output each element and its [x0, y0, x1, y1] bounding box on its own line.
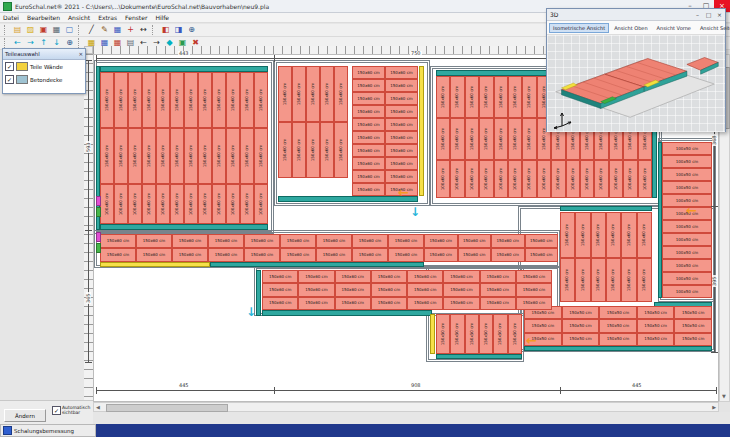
slab-panel[interactable]: 100x60 cm: [551, 160, 565, 198]
slab-panel[interactable]: 150x60 cm: [352, 131, 385, 144]
infill-strip[interactable]: [256, 270, 261, 316]
slab-panel[interactable]: 150x60 cm: [262, 270, 298, 283]
slab-panel[interactable]: 150x60 cm: [212, 128, 226, 184]
slab-panel[interactable]: 150x60 cm: [385, 118, 418, 131]
slab-panel[interactable]: 150x60 cm: [575, 258, 590, 302]
slab-panel[interactable]: 150x60 cm: [352, 144, 385, 157]
slab-panel[interactable]: 100x60 cm: [623, 160, 637, 198]
slab-panel[interactable]: 150x60 cm: [385, 105, 418, 118]
slab-panel[interactable]: 150x60 cm: [280, 248, 316, 262]
slab-panel[interactable]: 150x60 cm: [424, 234, 458, 248]
view-tab-ansicht-oben[interactable]: Ansicht Oben: [610, 23, 651, 33]
slab-panel[interactable]: 150x60 cm: [385, 170, 418, 183]
view-tab-ansicht-seite[interactable]: Ansicht Seite: [696, 23, 730, 33]
auto-visible-checkbox[interactable]: ✓: [52, 406, 61, 415]
slab-panel[interactable]: 150x50 cm: [674, 306, 712, 319]
infill-strip[interactable]: [100, 262, 210, 267]
slab-panel[interactable]: 150x50 cm: [436, 314, 450, 354]
slab-panel[interactable]: 150x60 cm: [240, 72, 254, 128]
slab-panel[interactable]: 150x60 cm: [352, 183, 385, 196]
slab-panel[interactable]: 150x60 cm: [560, 212, 575, 258]
slab-panel[interactable]: 100x50 cm: [662, 272, 712, 285]
slab-panel[interactable]: 100x50 cm: [662, 285, 712, 298]
infill-strip[interactable]: [419, 66, 424, 196]
slab-panel[interactable]: 150x60 cm: [226, 128, 240, 184]
slab-panel[interactable]: 150x60 cm: [494, 118, 508, 160]
slab-panel[interactable]: 150x60 cm: [306, 122, 320, 178]
slab-panel[interactable]: 100x50 cm: [662, 246, 712, 259]
slab-panel[interactable]: 150x60 cm: [142, 128, 156, 184]
slab-panel[interactable]: 150x60 cm: [424, 248, 458, 262]
slab-panel[interactable]: 150x60 cm: [388, 248, 424, 262]
slab-panel[interactable]: 100x50 cm: [662, 155, 712, 168]
slab-panel[interactable]: 150x60 cm: [100, 248, 136, 262]
slab-panel[interactable]: 100x60 cm: [156, 184, 170, 224]
slab-panel[interactable]: 150x60 cm: [443, 270, 479, 283]
slab-panel[interactable]: 100x60 cm: [638, 160, 652, 198]
slab-panel[interactable]: 100x60 cm: [142, 184, 156, 224]
slab-panel[interactable]: 150x60 cm: [136, 248, 172, 262]
slab-panel[interactable]: 150x50 cm: [479, 314, 493, 354]
slab-panel[interactable]: 150x60 cm: [450, 76, 464, 118]
slab-panel[interactable]: 100x60 cm: [212, 184, 226, 224]
slab-panel[interactable]: 150x60 cm: [560, 258, 575, 302]
infill-strip[interactable]: [436, 354, 522, 359]
slab-panel[interactable]: 150x60 cm: [479, 76, 493, 118]
slab-panel[interactable]: 150x60 cm: [198, 128, 212, 184]
horizontal-scrollbar-thumb[interactable]: [106, 404, 228, 412]
slab-panel[interactable]: 150x60 cm: [128, 128, 142, 184]
slab-panel[interactable]: 150x60 cm: [316, 248, 352, 262]
slab-panel[interactable]: 100x60 cm: [508, 160, 522, 198]
slab-panel[interactable]: 150x60 cm: [407, 283, 443, 296]
slab-panel[interactable]: 100x60 cm: [494, 160, 508, 198]
slab-panel[interactable]: 150x60 cm: [114, 128, 128, 184]
slab-panel[interactable]: 150x60 cm: [142, 72, 156, 128]
scroll-down-icon[interactable]: ▼: [722, 394, 726, 399]
slab-panel[interactable]: 150x60 cm: [244, 234, 280, 248]
slab-panel[interactable]: 150x50 cm: [637, 306, 675, 319]
slab-panel[interactable]: 100x60 cm: [240, 184, 254, 224]
scroll-right-icon[interactable]: ▶: [712, 405, 716, 410]
slab-panel[interactable]: 100x50 cm: [662, 142, 712, 155]
slab-panel[interactable]: 150x60 cm: [522, 76, 536, 118]
slab-panel[interactable]: 150x60 cm: [352, 118, 385, 131]
slab-panel[interactable]: 150x60 cm: [525, 248, 559, 262]
slab-panel[interactable]: 150x60 cm: [465, 76, 479, 118]
viewer3d-maximize-button[interactable]: □: [703, 9, 714, 20]
slab-panel[interactable]: 150x60 cm: [443, 297, 479, 310]
layer-checkbox[interactable]: ✓: [5, 62, 14, 71]
slab-panel[interactable]: 100x50 cm: [662, 168, 712, 181]
layer-item[interactable]: ✓Betondecke: [3, 73, 85, 86]
slab-panel[interactable]: 150x60 cm: [212, 72, 226, 128]
slab-panel[interactable]: 150x60 cm: [352, 66, 385, 79]
slab-panel[interactable]: 150x60 cm: [292, 122, 306, 178]
slab-panel[interactable]: 150x60 cm: [479, 118, 493, 160]
slab-panel[interactable]: 150x50 cm: [674, 333, 712, 346]
infill-strip[interactable]: [524, 346, 712, 351]
infill-strip[interactable]: [262, 310, 432, 316]
slab-panel[interactable]: 150x50 cm: [637, 333, 675, 346]
slab-panel[interactable]: 100x60 cm: [254, 184, 268, 224]
slab-panel[interactable]: 150x50 cm: [674, 319, 712, 332]
slab-panel[interactable]: 150x60 cm: [491, 248, 525, 262]
slab-panel[interactable]: 150x60 cm: [320, 66, 334, 122]
slab-panel[interactable]: 150x60 cm: [516, 270, 552, 283]
slab-panel[interactable]: 150x50 cm: [465, 314, 479, 354]
slab-panel[interactable]: 150x60 cm: [516, 297, 552, 310]
slab-panel[interactable]: 150x60 cm: [352, 248, 388, 262]
slab-panel[interactable]: 100x60 cm: [226, 184, 240, 224]
slab-panel[interactable]: 150x60 cm: [385, 131, 418, 144]
slab-panel[interactable]: 150x60 cm: [606, 212, 621, 258]
slab-panel[interactable]: 150x60 cm: [637, 258, 652, 302]
selection-panel-titlebar[interactable]: Teileauswahl ×: [3, 49, 85, 60]
slab-panel[interactable]: 100x60 cm: [479, 160, 493, 198]
slab-panel[interactable]: 150x60 cm: [480, 283, 516, 296]
change-button[interactable]: Ändern: [4, 409, 46, 422]
slab-panel[interactable]: 150x60 cm: [254, 72, 268, 128]
slab-panel[interactable]: 150x60 cm: [465, 118, 479, 160]
slab-panel[interactable]: 100x60 cm: [170, 184, 184, 224]
infill-strip[interactable]: [100, 224, 268, 230]
slab-panel[interactable]: 100x60 cm: [114, 184, 128, 224]
slab-panel[interactable]: 150x60 cm: [352, 92, 385, 105]
slab-panel[interactable]: 150x60 cm: [156, 72, 170, 128]
